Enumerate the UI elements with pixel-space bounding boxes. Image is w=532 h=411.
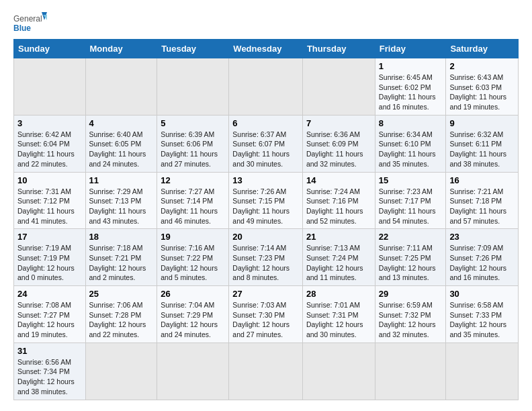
day-number: 22	[379, 232, 443, 242]
calendar-cell	[446, 342, 519, 400]
day-info: Sunrise: 6:37 AM Sunset: 6:07 PM Dayligh…	[232, 130, 299, 169]
day-info: Sunrise: 7:13 AM Sunset: 7:24 PM Dayligh…	[306, 243, 371, 283]
day-number: 18	[89, 232, 154, 242]
day-number: 8	[379, 118, 443, 128]
header-wednesday: Wednesday	[229, 40, 303, 58]
header-friday: Friday	[375, 40, 446, 58]
day-info: Sunrise: 7:26 AM Sunset: 7:15 PM Dayligh…	[232, 187, 299, 226]
calendar-cell: 16Sunrise: 7:21 AM Sunset: 7:18 PM Dayli…	[446, 172, 519, 229]
calendar-table: SundayMondayTuesdayWednesdayThursdayFrid…	[13, 39, 519, 400]
day-info: Sunrise: 6:32 AM Sunset: 6:11 PM Dayligh…	[449, 130, 515, 169]
day-number: 28	[306, 289, 371, 299]
day-info: Sunrise: 6:56 AM Sunset: 7:34 PM Dayligh…	[17, 357, 82, 397]
calendar-cell: 6Sunrise: 6:37 AM Sunset: 6:07 PM Daylig…	[229, 115, 303, 172]
calendar-cell	[302, 58, 375, 116]
day-number: 4	[89, 118, 154, 128]
calendar-page: General Blue SundayMondayTuesdayWednesda…	[0, 0, 532, 411]
day-number: 20	[232, 232, 299, 242]
svg-text:General: General	[13, 14, 42, 24]
calendar-cell	[157, 58, 229, 116]
week-row-6: 31Sunrise: 6:56 AM Sunset: 7:34 PM Dayli…	[14, 342, 519, 400]
calendar-cell: 29Sunrise: 6:59 AM Sunset: 7:32 PM Dayli…	[375, 286, 446, 343]
calendar-cell: 22Sunrise: 7:11 AM Sunset: 7:25 PM Dayli…	[375, 229, 446, 286]
calendar-cell: 11Sunrise: 7:29 AM Sunset: 7:13 PM Dayli…	[85, 172, 157, 229]
calendar-cell	[229, 58, 303, 116]
calendar-cell: 5Sunrise: 6:39 AM Sunset: 6:06 PM Daylig…	[157, 115, 229, 172]
day-info: Sunrise: 7:21 AM Sunset: 7:18 PM Dayligh…	[449, 187, 515, 226]
day-info: Sunrise: 7:03 AM Sunset: 7:30 PM Dayligh…	[232, 300, 299, 340]
day-info: Sunrise: 7:19 AM Sunset: 7:19 PM Dayligh…	[17, 243, 82, 283]
svg-text:Blue: Blue	[13, 24, 31, 33]
calendar-cell	[157, 342, 229, 400]
day-info: Sunrise: 6:43 AM Sunset: 6:03 PM Dayligh…	[449, 73, 515, 112]
calendar-cell	[85, 58, 157, 116]
calendar-cell: 4Sunrise: 6:40 AM Sunset: 6:05 PM Daylig…	[85, 115, 157, 172]
day-number: 16	[449, 175, 515, 185]
day-number: 30	[449, 289, 515, 299]
calendar-cell: 30Sunrise: 6:58 AM Sunset: 7:33 PM Dayli…	[446, 286, 519, 343]
calendar-cell	[229, 342, 303, 400]
day-number: 27	[232, 289, 299, 299]
logo-svg: General Blue	[13, 11, 47, 35]
day-number: 21	[306, 232, 371, 242]
calendar-cell: 25Sunrise: 7:06 AM Sunset: 7:28 PM Dayli…	[85, 286, 157, 343]
day-number: 11	[89, 175, 154, 185]
day-info: Sunrise: 7:11 AM Sunset: 7:25 PM Dayligh…	[379, 243, 443, 283]
calendar-cell: 13Sunrise: 7:26 AM Sunset: 7:15 PM Dayli…	[229, 172, 303, 229]
calendar-cell: 14Sunrise: 7:24 AM Sunset: 7:16 PM Dayli…	[302, 172, 375, 229]
day-info: Sunrise: 6:39 AM Sunset: 6:06 PM Dayligh…	[161, 130, 225, 169]
day-info: Sunrise: 7:08 AM Sunset: 7:27 PM Dayligh…	[17, 300, 82, 340]
day-number: 13	[232, 175, 299, 185]
day-info: Sunrise: 7:16 AM Sunset: 7:22 PM Dayligh…	[161, 243, 225, 283]
calendar-cell: 15Sunrise: 7:23 AM Sunset: 7:17 PM Dayli…	[375, 172, 446, 229]
calendar-cell: 17Sunrise: 7:19 AM Sunset: 7:19 PM Dayli…	[14, 229, 86, 286]
calendar-cell	[302, 342, 375, 400]
day-number: 23	[449, 232, 515, 242]
calendar-cell: 27Sunrise: 7:03 AM Sunset: 7:30 PM Dayli…	[229, 286, 303, 343]
day-info: Sunrise: 6:45 AM Sunset: 6:02 PM Dayligh…	[379, 73, 443, 112]
day-number: 24	[17, 289, 82, 299]
day-number: 14	[306, 175, 371, 185]
calendar-cell	[85, 342, 157, 400]
day-info: Sunrise: 7:31 AM Sunset: 7:12 PM Dayligh…	[17, 187, 82, 226]
day-number: 5	[161, 118, 225, 128]
day-number: 25	[89, 289, 154, 299]
day-number: 17	[17, 232, 82, 242]
calendar-cell: 26Sunrise: 7:04 AM Sunset: 7:29 PM Dayli…	[157, 286, 229, 343]
week-row-1: 1Sunrise: 6:45 AM Sunset: 6:02 PM Daylig…	[14, 58, 519, 116]
days-header-row: SundayMondayTuesdayWednesdayThursdayFrid…	[14, 40, 519, 58]
day-info: Sunrise: 6:34 AM Sunset: 6:10 PM Dayligh…	[379, 130, 443, 169]
day-info: Sunrise: 7:01 AM Sunset: 7:31 PM Dayligh…	[306, 300, 371, 340]
calendar-cell: 10Sunrise: 7:31 AM Sunset: 7:12 PM Dayli…	[14, 172, 86, 229]
day-number: 2	[449, 61, 515, 71]
day-number: 6	[232, 118, 299, 128]
day-info: Sunrise: 6:58 AM Sunset: 7:33 PM Dayligh…	[449, 300, 515, 340]
calendar-cell: 20Sunrise: 7:14 AM Sunset: 7:23 PM Dayli…	[229, 229, 303, 286]
week-row-5: 24Sunrise: 7:08 AM Sunset: 7:27 PM Dayli…	[14, 286, 519, 343]
day-number: 10	[17, 175, 82, 185]
calendar-cell: 7Sunrise: 6:36 AM Sunset: 6:09 PM Daylig…	[302, 115, 375, 172]
day-info: Sunrise: 6:59 AM Sunset: 7:32 PM Dayligh…	[379, 300, 443, 340]
calendar-cell: 21Sunrise: 7:13 AM Sunset: 7:24 PM Dayli…	[302, 229, 375, 286]
week-row-3: 10Sunrise: 7:31 AM Sunset: 7:12 PM Dayli…	[14, 172, 519, 229]
calendar-cell: 8Sunrise: 6:34 AM Sunset: 6:10 PM Daylig…	[375, 115, 446, 172]
day-number: 12	[161, 175, 225, 185]
calendar-cell: 9Sunrise: 6:32 AM Sunset: 6:11 PM Daylig…	[446, 115, 519, 172]
week-row-4: 17Sunrise: 7:19 AM Sunset: 7:19 PM Dayli…	[14, 229, 519, 286]
day-number: 1	[379, 61, 443, 71]
calendar-cell: 19Sunrise: 7:16 AM Sunset: 7:22 PM Dayli…	[157, 229, 229, 286]
header-saturday: Saturday	[446, 40, 519, 58]
day-number: 3	[17, 118, 82, 128]
calendar-cell: 2Sunrise: 6:43 AM Sunset: 6:03 PM Daylig…	[446, 58, 519, 116]
day-info: Sunrise: 6:36 AM Sunset: 6:09 PM Dayligh…	[306, 130, 371, 169]
week-row-2: 3Sunrise: 6:42 AM Sunset: 6:04 PM Daylig…	[14, 115, 519, 172]
day-number: 15	[379, 175, 443, 185]
day-info: Sunrise: 7:14 AM Sunset: 7:23 PM Dayligh…	[232, 243, 299, 283]
logo-container: General Blue	[13, 11, 47, 35]
day-info: Sunrise: 7:27 AM Sunset: 7:14 PM Dayligh…	[161, 187, 225, 226]
header-sunday: Sunday	[14, 40, 86, 58]
day-info: Sunrise: 7:06 AM Sunset: 7:28 PM Dayligh…	[89, 300, 154, 340]
day-info: Sunrise: 6:40 AM Sunset: 6:05 PM Dayligh…	[89, 130, 154, 169]
day-info: Sunrise: 7:09 AM Sunset: 7:26 PM Dayligh…	[449, 243, 515, 283]
calendar-cell: 31Sunrise: 6:56 AM Sunset: 7:34 PM Dayli…	[14, 342, 86, 400]
